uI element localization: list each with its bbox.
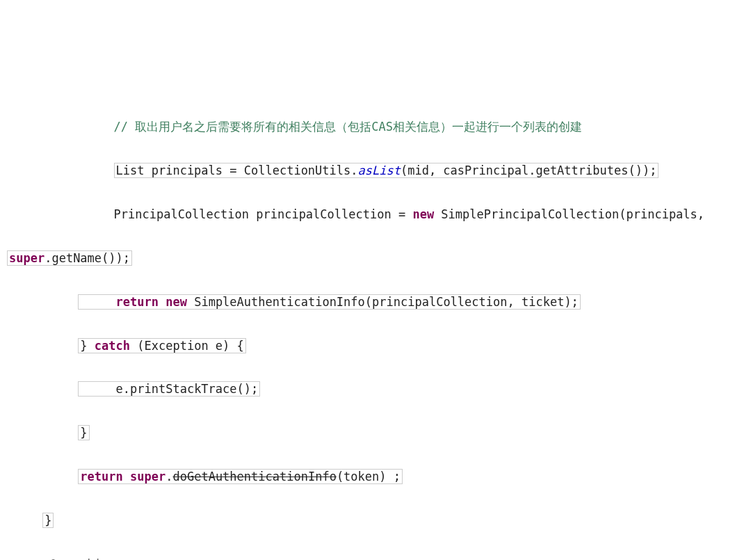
code-fragment: List principals = CollectionUtils.asList… [114, 163, 659, 178]
comment: // 取出用户名之后需要将所有的相关信息（包括CAS相关信息）一起进行一个列表的… [114, 120, 582, 134]
code-fragment: } [42, 513, 54, 528]
annotation: @Override [42, 557, 106, 560]
code-block: // 取出用户名之后需要将所有的相关信息（包括CAS相关信息）一起进行一个列表的… [7, 95, 751, 560]
code-fragment: return new SimpleAuthenticationInfo(prin… [78, 294, 581, 310]
code-fragment: } [78, 425, 89, 440]
code-fragment: return super.doGetAuthenticationInfo(tok… [78, 469, 403, 484]
code-fragment: } catch (Exception e) { [78, 338, 245, 353]
code-fragment: super.getName()); [7, 250, 132, 266]
code-fragment: e.printStackTrace(); [78, 381, 260, 397]
